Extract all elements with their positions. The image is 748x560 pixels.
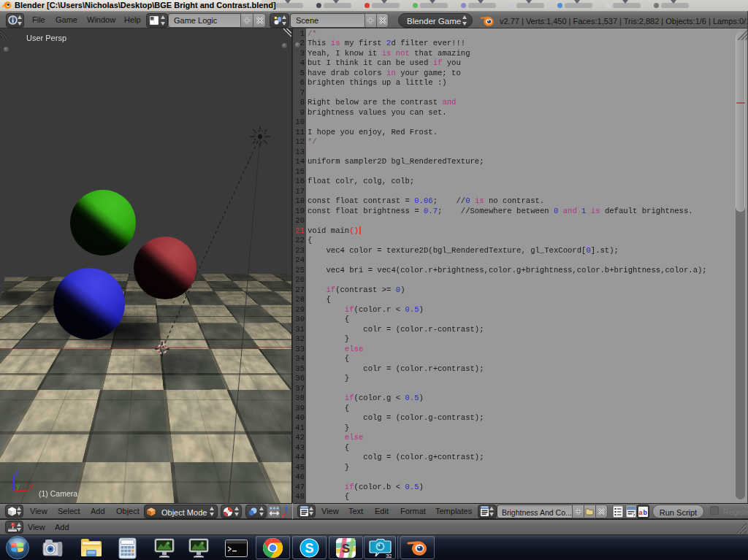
- svg-text:b: b: [644, 509, 648, 516]
- svg-text:S: S: [342, 542, 350, 556]
- svg-text:S: S: [305, 541, 313, 556]
- svg-text:32: 32: [386, 553, 392, 559]
- svg-text:y: y: [16, 482, 20, 490]
- svg-text:z: z: [15, 469, 19, 477]
- svg-text:x: x: [29, 483, 33, 491]
